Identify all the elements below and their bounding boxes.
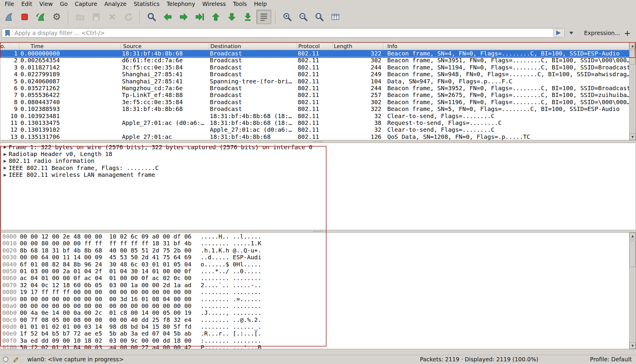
scrollbar-down-button[interactable]: ▼ (629, 342, 636, 349)
hex-row[interactable]: 00b000 4a 0e 14 00 0a 00 2c 01 c8 00 14 … (0, 309, 629, 316)
column-header-info[interactable]: Info (383, 42, 629, 50)
go-to-first-packet-button[interactable] (208, 10, 223, 24)
hex-row[interactable]: 008019 17 ff ff ff 00 00 00 00 00 00 00 … (0, 289, 629, 295)
packet-row[interactable]: 100.10392348118:31:bf:4b:8b:68 (18:…802.… (0, 113, 629, 120)
profile-label[interactable]: Profile: Default (590, 356, 632, 363)
reload-file-button[interactable] (121, 10, 136, 24)
menu-analyze[interactable]: Analyze (101, 1, 130, 7)
hex-row[interactable]: 00c000 7f 08 05 00 08 00 00 00 00 40 dd … (0, 317, 629, 323)
packet-cell: Shanghai_27:85:41 (121, 71, 209, 78)
hex-row[interactable]: 00a000 00 00 00 00 00 00 00 00 00 00 00 … (0, 303, 629, 309)
detail-row[interactable]: ▶802.11 radio information (0, 158, 636, 164)
menu-go[interactable]: Go (56, 1, 71, 7)
packet-list-scrollbar[interactable]: ▲ ▼ (629, 42, 636, 140)
scrollbar-up-button[interactable]: ▲ (629, 42, 636, 49)
hex-row[interactable]: 00f03a ed dd 09 00 10 18 02 03 00 9c 00 … (0, 337, 629, 344)
detail-row[interactable]: ▶IEEE 802.11 Beacon frame, Flags: ......… (0, 164, 636, 171)
go-to-last-packet-button[interactable] (224, 10, 239, 24)
column-header-destination[interactable]: Destination (209, 42, 297, 50)
hex-row[interactable]: 009000 00 00 00 00 00 00 00 00 3d 16 01 … (0, 296, 629, 303)
filter-bookmark-button[interactable] (3, 29, 12, 37)
packet-row[interactable]: 90.10238859318:31:bf:4b:8b:68Broadcast80… (0, 106, 629, 112)
zoom-reset-button[interactable]: 1:1 (312, 10, 327, 24)
expression-button[interactable]: Expression... (584, 30, 620, 36)
hex-bytes: 19 17 ff ff ff 00 00 00 00 00 00 00 00 0… (20, 289, 191, 295)
zoom-in-button[interactable] (280, 10, 295, 24)
hex-row[interactable]: 005001 03 00 00 2a 01 04 2f 01 04 30 14 … (0, 268, 629, 275)
hex-row[interactable]: 00d001 01 01 02 01 00 03 14 98 d8 bd b4 … (0, 323, 629, 330)
detail-row[interactable]: ▶IEEE 802.11 wireless LAN management fra… (0, 171, 636, 178)
packet-row[interactable]: 120.130139102Apple_27:01:ac (d0:a6:…802.… (0, 126, 629, 133)
scrollbar-thumb[interactable] (630, 50, 635, 64)
column-header-no[interactable]: No. (0, 42, 19, 50)
scrollbar-thumb[interactable] (630, 241, 635, 267)
packet-row[interactable]: 40.022799189Shanghai_27:85:41Broadcast80… (0, 71, 629, 78)
menu-edit[interactable]: Edit (18, 1, 36, 7)
menu-wireless[interactable]: Wireless (199, 1, 229, 7)
hex-row[interactable]: 001000 00 80 00 00 00 ff ff ff ff ff ff … (0, 240, 629, 247)
close-file-button[interactable] (105, 10, 120, 24)
menu-telephony[interactable]: Telephony (163, 1, 199, 7)
go-forward-button[interactable] (176, 10, 191, 24)
expander-triangle-icon[interactable]: ▶ (4, 166, 7, 170)
find-packet-button[interactable] (144, 10, 159, 24)
hex-row[interactable]: 010050 f2 02 01 01 84 00 03 a4 00 00 27 … (0, 344, 629, 349)
expander-triangle-icon[interactable]: ▶ (4, 173, 7, 177)
column-header-protocol[interactable]: Protocol (297, 42, 333, 50)
scroll-to-bottom-button[interactable] (240, 10, 255, 24)
hex-row[interactable]: 007032 04 0c 12 18 60 0b 05 03 00 1a 00 … (0, 282, 629, 289)
packet-row[interactable]: 30.0118271423c:f5:cc:0e:35:84Broadcast80… (0, 64, 629, 71)
scrollbar-down-button[interactable]: ▼ (629, 133, 636, 140)
hex-row[interactable]: 00208b 68 18 31 bf 4b 8b 68 40 00 85 51 … (0, 247, 629, 254)
menu-file[interactable]: File (1, 1, 18, 7)
packet-row[interactable]: 80.0804437403e:f5:cc:0e:35:84Broadcast80… (0, 99, 629, 106)
go-to-packet-button[interactable] (192, 10, 207, 24)
filter-dropdown-button[interactable] (567, 29, 575, 37)
detail-row[interactable]: ▶Frame 1: 322 bytes on wire (2576 bits),… (0, 144, 636, 150)
save-file-button[interactable] (89, 10, 104, 24)
hex-row[interactable]: 00e01f 52 b4 b5 b7 72 ae e5 5b ab 3a ed … (0, 330, 629, 337)
expander-triangle-icon[interactable]: ▶ (4, 145, 7, 149)
auto-scroll-toggle-button[interactable] (256, 10, 271, 24)
stop-capture-button[interactable] (17, 10, 32, 24)
packet-row[interactable]: 130.135131706Apple_27:01:ac18:31:bf:4b:8… (0, 133, 629, 140)
packet-row[interactable]: 70.055536422Tp-LinkT_ef:48:88Broadcast80… (0, 92, 629, 98)
detail-row[interactable]: ▶Radiotap Header v0, Length 18 (0, 150, 636, 157)
apply-filter-button[interactable] (553, 29, 563, 37)
display-filter-input[interactable] (2, 28, 564, 38)
menu-tools[interactable]: Tools (229, 1, 250, 7)
hex-row[interactable]: 003000 00 64 00 11 14 00 09 45 53 50 2d … (0, 254, 629, 261)
packet-row[interactable]: 50.024060087Shanghai_27:85:41Spanning-tr… (0, 78, 629, 85)
packet-row[interactable]: 60.035271262Hangzhou_cd:7a:6eBroadcast80… (0, 85, 629, 92)
scrollbar-up-button[interactable]: ▲ (629, 233, 636, 239)
zoom-out-button[interactable] (296, 10, 311, 24)
column-header-time[interactable]: Time (19, 42, 121, 50)
expander-triangle-icon[interactable]: ▶ (4, 152, 7, 156)
add-filter-button[interactable]: + (624, 29, 631, 37)
hex-row[interactable]: 000000 00 12 00 2e 48 00 00 10 02 6c 09 … (0, 233, 629, 240)
packet-row[interactable]: 110.130133475Apple_27:01:ac (d0:a6:…18:3… (0, 120, 629, 126)
column-header-length[interactable]: Length (333, 42, 383, 50)
column-header-source[interactable]: Source (121, 42, 209, 50)
packet-row[interactable]: 20.002654354d6:61:fe:cd:7a:6eBroadcast80… (0, 57, 629, 64)
menu-view[interactable]: View (36, 1, 56, 7)
packet-row[interactable]: 10.00000000018:31:bf:4b:8b:68Broadcast80… (0, 50, 629, 57)
capture-comment-pencil-icon[interactable] (12, 356, 19, 363)
hex-pane-scrollbar[interactable]: ▲ ▼ (629, 233, 636, 349)
go-back-button[interactable] (160, 10, 175, 24)
hex-row[interactable]: 00406f 01 08 82 84 8b 96 24 30 48 6c 03 … (0, 261, 629, 268)
expander-triangle-icon[interactable]: ▶ (4, 159, 7, 163)
menu-help[interactable]: Help (250, 1, 270, 7)
start-capture-button[interactable] (1, 10, 16, 24)
resize-columns-button[interactable] (328, 10, 343, 24)
menu-statistics[interactable]: Statistics (130, 1, 163, 7)
menu-capture[interactable]: Capture (71, 1, 101, 7)
capture-options-button[interactable]: ⚙ (49, 10, 64, 24)
restart-capture-button[interactable] (33, 10, 48, 24)
open-file-button[interactable] (73, 10, 88, 24)
pane-splitter[interactable] (0, 230, 636, 232)
expert-info-icon[interactable] (3, 357, 8, 362)
pane-splitter[interactable] (0, 140, 636, 143)
hex-row[interactable]: 0060ac 04 01 00 00 0f ac 04 01 00 00 0f … (0, 275, 629, 282)
hex-bytes: 00 4a 0e 14 00 0a 00 2c 01 c8 00 14 00 0… (20, 309, 191, 316)
